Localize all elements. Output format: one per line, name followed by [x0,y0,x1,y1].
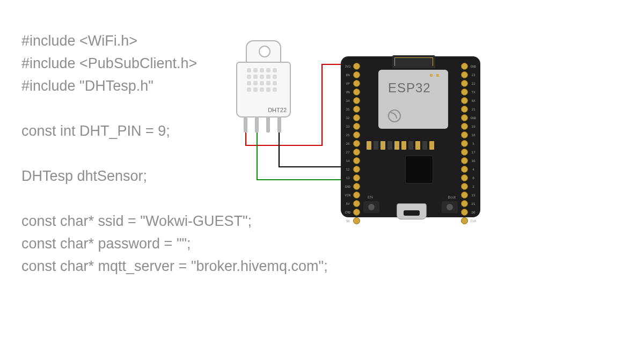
pin-hole [353,166,360,173]
pin-hole [461,140,468,147]
pin-hole [461,123,468,130]
pin-label: D1 [470,202,477,205]
pin-hole [461,63,468,70]
esp32-antenna [392,55,435,68]
pin-hole [461,71,468,78]
pin-hole [353,131,360,138]
pin-hole [353,114,360,121]
wire-data [257,133,346,180]
pin-label: 0 [470,176,477,180]
pin-label: 17 [470,150,477,154]
pin-label: 33 [344,124,352,128]
pin-hole [461,89,468,95]
pin-label: 12 [344,167,352,171]
pin-label: 15 [470,193,477,197]
pin-label: 35 [344,107,352,111]
en-button-label: EN [368,195,373,199]
pin-hole [461,183,468,190]
pin-label: 22 [470,82,477,85]
pin-label: CMD [344,210,352,214]
pin-hole [353,217,360,224]
en-button [363,201,379,213]
pin-label: 23 [470,73,477,77]
pin-label: 27 [344,150,352,154]
pin-label: 19 [470,124,477,128]
pin-hole [461,149,468,156]
pin-label: 4 [470,167,477,171]
pin-label: GND [470,116,477,120]
pin-header-left: 3V3ENVPVN34353233252627141213GNDVIN5VCMD… [344,63,360,224]
pin-hole [353,71,360,78]
esp32-shield: ESP32 [378,70,448,129]
espressif-logo-icon [388,109,401,122]
pin-label: 5V [344,202,352,205]
pin-hole [461,131,468,138]
pin-hole [353,192,360,199]
pin-label: D0 [470,210,477,214]
pin-label: 34 [344,99,352,102]
pin-hole [353,209,360,216]
pin-label: 14 [344,159,352,163]
pin-hole [461,106,468,113]
pin-hole [461,80,468,87]
pin-hole [353,183,360,190]
smd-components [367,141,434,150]
pin-label: 21 [470,107,477,111]
usb-serial-chip [405,156,433,183]
pin-label: 5 [470,142,477,145]
pin-hole [353,97,360,104]
pin-hole [461,97,468,104]
pin-hole [353,140,360,147]
pin-label: CLK [470,219,477,223]
esp32-chip-label: ESP32 [388,80,431,95]
pin-hole [353,63,360,70]
pin-hole [353,174,360,181]
wire-vcc [246,64,346,145]
pin-label: EN [344,73,352,77]
pin-hole [353,80,360,87]
wire-gnd [279,133,346,167]
micro-usb-port [397,203,427,219]
wiring-diagram: DHT22 ESP32 3V3ENVPVN3435323325262714121… [231,40,488,223]
pin-hole [461,200,468,207]
pin-label: 18 [470,133,477,137]
pin-hole [353,149,360,156]
pin-label: TX [470,90,477,94]
pin-label: 26 [344,142,352,145]
esp32-board: ESP32 3V3ENVPVN34353233252627141213GNDVI… [341,56,480,217]
pin-label: 3V3 [344,64,352,68]
pin-label: GND [470,64,477,68]
pin-hole [461,166,468,173]
pin-label: GND [344,185,352,188]
pin-hole [461,114,468,121]
pin-label: RX [470,99,477,102]
shield-dot-icon [436,74,439,77]
pin-hole [353,200,360,207]
pin-hole [353,106,360,113]
pin-label: 16 [470,159,477,163]
pin-hole [461,192,468,199]
pin-hole [353,123,360,130]
pin-header-right: GND2322TXRX21GND19185171640215D1D0CLK [461,63,477,224]
pin-label: 25 [344,133,352,137]
pin-label: 13 [344,176,352,180]
shield-dot-icon [430,74,433,77]
pin-hole [461,157,468,164]
pin-hole [353,89,360,95]
pin-label: 2 [470,185,477,188]
pin-label: SD [344,219,352,223]
pin-label: 32 [344,116,352,120]
pin-hole [461,217,468,224]
pin-hole [461,209,468,216]
pin-label: VP [344,82,352,85]
pin-label: VN [344,90,352,94]
boot-button-label: Boot [448,195,456,199]
pin-hole [353,157,360,164]
boot-button [442,201,458,213]
pin-label: VIN [344,193,352,197]
pin-hole [461,174,468,181]
